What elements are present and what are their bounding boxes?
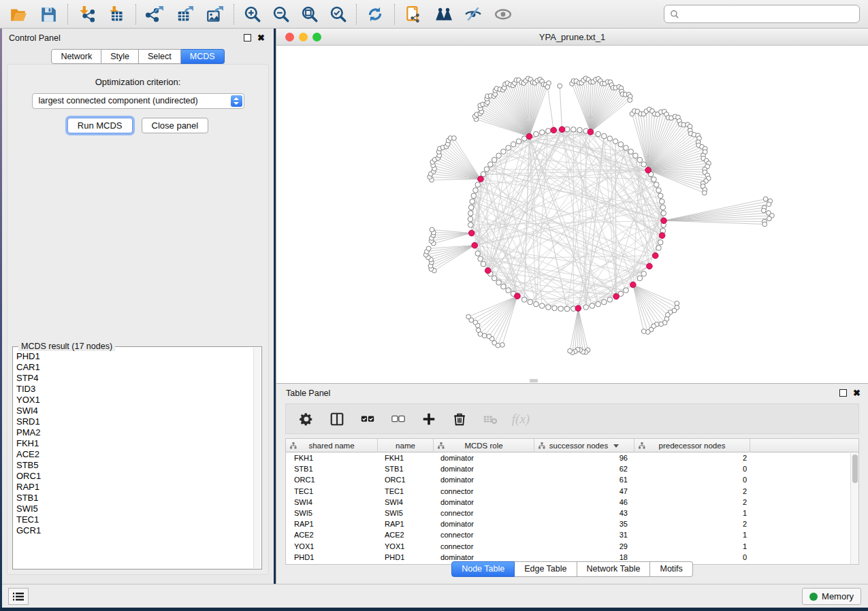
- tab-mcds[interactable]: MCDS: [181, 49, 225, 64]
- mcds-result-item[interactable]: STP4: [16, 373, 261, 384]
- show-all-button[interactable]: [491, 3, 515, 25]
- tab-style[interactable]: Style: [101, 49, 139, 64]
- zoom-in-button[interactable]: [240, 3, 265, 25]
- zoom-fit-button[interactable]: [298, 3, 322, 25]
- refresh-view-button[interactable]: [363, 3, 387, 25]
- add-row-button[interactable]: [421, 411, 437, 427]
- table-panel: Table Panel ✖ f(x) shared namenameMCDS r…: [276, 383, 868, 584]
- mcds-result-box: MCDS result (17 nodes) PHD1CAR1STP4TID3Y…: [12, 346, 262, 569]
- cell-shared-name: ACE2: [286, 529, 378, 540]
- table-row[interactable]: SWI5SWI5connector431: [286, 508, 858, 518]
- cell-mcds-role: dominator: [434, 463, 534, 474]
- table-row[interactable]: ACE2ACE2connector311: [286, 529, 858, 540]
- settings-button[interactable]: [298, 411, 315, 427]
- table-row[interactable]: FKH1FKH1dominator962: [286, 452, 858, 463]
- column-label: name: [396, 442, 415, 450]
- zoom-selected-button[interactable]: [326, 3, 351, 25]
- mcds-result-item[interactable]: ORC1: [16, 471, 261, 482]
- mcds-result-item[interactable]: SWI5: [16, 503, 261, 514]
- clone-network-icon: [404, 5, 422, 23]
- mcds-result-item[interactable]: FKH1: [16, 438, 261, 449]
- save-session-icon: [39, 5, 57, 23]
- select-all-button[interactable]: [359, 411, 376, 427]
- mcds-result-item[interactable]: CAR1: [16, 362, 261, 373]
- column-header-MCDS-role[interactable]: MCDS role: [434, 439, 534, 452]
- export-image-button[interactable]: [202, 3, 227, 25]
- table-row[interactable]: TEC1TEC1connector472: [286, 486, 858, 497]
- tab-edge-table[interactable]: Edge Table: [515, 561, 577, 577]
- network-graph[interactable]: [278, 46, 867, 383]
- splitter-handle[interactable]: [530, 379, 538, 382]
- cell-shared-name: SWI5: [286, 508, 378, 518]
- export-network-button[interactable]: [142, 3, 167, 25]
- network-canvas[interactable]: [278, 46, 866, 383]
- close-panel-icon[interactable]: ✖: [853, 388, 861, 398]
- tab-node-table[interactable]: Node Table: [451, 561, 515, 577]
- import-network-button[interactable]: [74, 3, 99, 25]
- column-header-predecessor-nodes[interactable]: predecessor nodes: [634, 439, 750, 452]
- mcds-result-item[interactable]: RAP1: [16, 482, 261, 493]
- column-header-successor-nodes[interactable]: successor nodes: [534, 439, 634, 452]
- close-panel-icon[interactable]: ✖: [257, 33, 265, 43]
- tab-motifs[interactable]: Motifs: [650, 561, 692, 577]
- mcds-result-item[interactable]: ACE2: [16, 449, 261, 460]
- float-panel-icon[interactable]: [244, 34, 251, 42]
- delete-row-button[interactable]: [451, 411, 468, 427]
- column-header-shared-name[interactable]: shared name: [286, 439, 378, 452]
- hide-selected-button[interactable]: [461, 3, 485, 25]
- mcds-result-item[interactable]: YOX1: [16, 395, 261, 406]
- column-header-name[interactable]: name: [378, 439, 434, 452]
- save-session-button[interactable]: [36, 3, 61, 25]
- mcds-result-item[interactable]: TID3: [16, 384, 261, 395]
- tab-network[interactable]: Network: [51, 49, 101, 64]
- scrollbar-thumb[interactable]: [852, 455, 858, 483]
- mcds-result-item[interactable]: PHD1: [16, 351, 261, 362]
- mcds-result-scrollbar[interactable]: [253, 348, 261, 568]
- float-panel-icon[interactable]: [839, 389, 847, 397]
- table-row[interactable]: YOX1YOX1connector291: [286, 541, 858, 552]
- mcds-result-item[interactable]: STB1: [16, 493, 261, 503]
- import-table-button[interactable]: [104, 3, 129, 25]
- columns-button[interactable]: [329, 411, 345, 427]
- mcds-result-item[interactable]: GCR1: [16, 525, 261, 536]
- close-window-icon[interactable]: [285, 33, 294, 42]
- columns-icon: [329, 412, 344, 427]
- mcds-result-item[interactable]: SRD1: [16, 416, 261, 427]
- control-panel: Control Panel ✖ NetworkStyleSelectMCDS O…: [2, 29, 274, 584]
- function-builder-icon: f(x): [512, 412, 530, 427]
- table-row[interactable]: ORC1ORC1dominator610: [286, 474, 858, 485]
- mcds-result-list[interactable]: PHD1CAR1STP4TID3YOX1SWI4SRD1PMA2FKH1ACE2…: [13, 347, 261, 536]
- tab-network-table[interactable]: Network Table: [577, 561, 651, 577]
- table-scrollbar[interactable]: [850, 453, 858, 564]
- function-builder-button: f(x): [513, 411, 529, 427]
- close-panel-button[interactable]: Close panel: [142, 118, 209, 133]
- tab-select[interactable]: Select: [139, 49, 181, 64]
- cell-mcds-role: connector: [434, 486, 534, 497]
- clone-network-button[interactable]: [401, 3, 425, 25]
- memory-button[interactable]: Memory: [802, 588, 861, 605]
- cell-predecessor-nodes: 0: [634, 474, 750, 485]
- main-toolbar: [0, 0, 868, 29]
- run-mcds-button[interactable]: Run MCDS: [67, 118, 133, 133]
- deselect-all-button[interactable]: [390, 411, 406, 427]
- table-row[interactable]: RAP1RAP1dominator352: [286, 518, 858, 529]
- table-row[interactable]: SWI4SWI4dominator462: [286, 497, 858, 508]
- mcds-result-item[interactable]: STB5: [16, 460, 261, 471]
- optimization-criterion-select[interactable]: largest connected component (undirected): [32, 93, 244, 109]
- delete-row-icon: [452, 412, 467, 427]
- cell-name: SWI4: [378, 497, 434, 508]
- search-input[interactable]: [679, 10, 854, 19]
- open-session-button[interactable]: [6, 3, 31, 25]
- table-row[interactable]: STB1STB1dominator620: [286, 463, 858, 474]
- zoom-out-button[interactable]: [269, 3, 293, 25]
- first-neighbors-icon: [434, 5, 452, 23]
- minimize-window-icon[interactable]: [299, 33, 308, 42]
- export-table-button[interactable]: [172, 3, 197, 25]
- taskbar-menu-button[interactable]: [8, 588, 29, 605]
- first-neighbors-button[interactable]: [431, 3, 455, 25]
- maximize-window-icon[interactable]: [312, 33, 321, 42]
- mcds-result-item[interactable]: PMA2: [16, 427, 261, 438]
- search-box[interactable]: [664, 5, 860, 23]
- mcds-result-item[interactable]: TEC1: [16, 514, 261, 525]
- mcds-result-item[interactable]: SWI4: [16, 406, 261, 416]
